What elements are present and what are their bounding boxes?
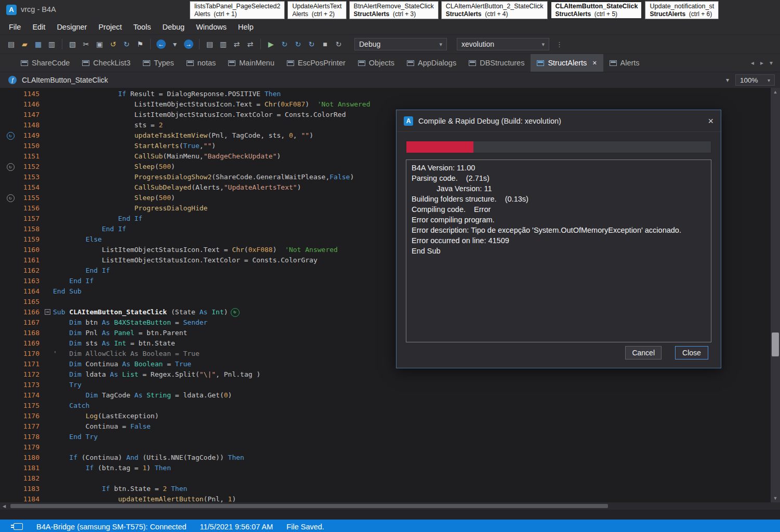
code-text[interactable]: ListItemObjectStatusIcon.Text = Chr(0xF0…: [53, 99, 371, 110]
line-number[interactable]: 1145: [21, 89, 45, 99]
code-text[interactable]: Continua = False: [53, 421, 151, 432]
code-text[interactable]: If (Continua) And (Utils.NNE(TagCode)) T…: [53, 453, 244, 463]
menu-item-project[interactable]: Project: [92, 21, 127, 33]
line-number[interactable]: 1164: [21, 286, 45, 297]
line-number[interactable]: 1182: [21, 473, 45, 484]
line-number[interactable]: 1172: [21, 369, 45, 380]
quick-tab[interactable]: Update_notification_stStructAlerts (ctrl…: [645, 1, 719, 19]
restart-icon[interactable]: ↻: [333, 38, 345, 50]
open-folder-icon[interactable]: ▰: [19, 38, 31, 50]
code-text[interactable]: Dim TagCode As String = ldata.Get(0): [53, 390, 232, 401]
editor-tab-objects[interactable]: Objects: [352, 54, 401, 72]
back-history-caret-icon[interactable]: ▾: [169, 38, 181, 50]
line-number[interactable]: 1157: [21, 214, 45, 224]
line-number[interactable]: 1184: [21, 494, 45, 502]
code-text[interactable]: ' Dim AllowClick As Boolean = True: [53, 349, 200, 359]
line-number[interactable]: 1180: [21, 453, 45, 463]
step-over-icon[interactable]: ↻: [306, 38, 318, 50]
code-text[interactable]: If btn.State = 2 Then: [53, 484, 187, 494]
line-number[interactable]: 1179: [21, 442, 45, 453]
code-text[interactable]: ProgressDialogShow2(ShareCode.GeneralWai…: [53, 172, 354, 182]
line-number[interactable]: 1166: [21, 307, 45, 317]
scroll-tabs-right-icon[interactable]: ▸: [760, 59, 763, 66]
code-text[interactable]: End If: [53, 224, 126, 234]
menu-item-file[interactable]: File: [3, 21, 27, 33]
code-text[interactable]: End Try: [53, 432, 98, 442]
scroll-left-icon[interactable]: ◀: [0, 504, 8, 509]
logs-icon[interactable]: ▥: [217, 38, 229, 50]
zoom-combobox[interactable]: 100% ▾: [735, 74, 775, 86]
code-text[interactable]: updateTaskItemView(Pnl, TagCode, sts, 0,…: [53, 130, 313, 141]
build-configuration-combobox[interactable]: xevolution ▾: [457, 38, 549, 50]
fold-collapse-icon[interactable]: −: [45, 309, 50, 315]
editor-tab-dbstructures[interactable]: DBStructures: [462, 54, 531, 72]
code-text[interactable]: ListItemObjectStatusIcon.TextColor = Con…: [53, 255, 318, 265]
line-number[interactable]: 1173: [21, 380, 45, 390]
quick-tab[interactable]: CLAItemButton_StateClickStructAlerts (ct…: [550, 1, 642, 19]
menu-item-debug[interactable]: Debug: [156, 21, 190, 33]
menu-item-tools[interactable]: Tools: [128, 21, 157, 33]
close-button[interactable]: Close: [675, 346, 708, 360]
line-number[interactable]: 1167: [21, 317, 45, 328]
scroll-up-icon[interactable]: ▲: [771, 88, 780, 96]
code-text[interactable]: End Sub: [53, 286, 82, 297]
step-into-icon[interactable]: ↻: [292, 38, 304, 50]
stop-icon[interactable]: ■: [319, 38, 331, 50]
line-number[interactable]: 1171: [21, 359, 45, 369]
line-number[interactable]: 1163: [21, 276, 45, 286]
code-text[interactable]: End If: [53, 265, 110, 276]
prev-sub-icon[interactable]: ⇄: [231, 38, 243, 50]
line-number[interactable]: 1154: [21, 182, 45, 193]
line-number[interactable]: 1155: [21, 193, 45, 203]
designer-grid-icon[interactable]: ▧: [67, 38, 78, 50]
navigate-back-icon[interactable]: ←: [156, 39, 166, 49]
code-text[interactable]: updateItemAlertButton(Pnl, 1): [53, 494, 236, 502]
quick-tab[interactable]: UpdateAlertsTextAlerts (ctrl + 2): [287, 1, 346, 19]
line-number[interactable]: 1151: [21, 151, 45, 162]
code-text[interactable]: ListItemObjectStatusIcon.Text = Chr(0xF0…: [53, 245, 338, 255]
compile-report-icon[interactable]: ▤: [204, 38, 216, 50]
code-text[interactable]: Log(LastException): [53, 411, 159, 421]
current-sub-name[interactable]: CLAItemButton_StateClick: [22, 76, 108, 84]
save-icon[interactable]: ▦: [32, 38, 44, 50]
vertical-scrollbar-thumb[interactable]: [772, 332, 779, 356]
line-number[interactable]: 1175: [21, 401, 45, 411]
next-sub-icon[interactable]: ⇄: [244, 38, 256, 50]
line-number[interactable]: 1146: [21, 99, 45, 110]
code-text[interactable]: Dim sts As Int = btn.State: [53, 338, 175, 349]
bookmark-icon[interactable]: ⚑: [134, 38, 146, 50]
horizontal-scrollbar[interactable]: ◀: [0, 502, 771, 510]
code-text[interactable]: Dim ldata As List = Regex.Split("\|", Pn…: [53, 369, 260, 380]
code-text[interactable]: Sleep(500): [53, 162, 175, 172]
quick-tab[interactable]: BtnAlertRemove_StateClickStructAlerts (c…: [349, 1, 439, 19]
scroll-down-icon[interactable]: ▼: [771, 494, 780, 502]
code-text[interactable]: Try: [53, 380, 82, 390]
code-text[interactable]: ListItemObjectStatusIcon.TextColor = Con…: [53, 110, 346, 120]
editor-tab-alerts[interactable]: Alerts: [603, 54, 646, 72]
line-number[interactable]: 1159: [21, 234, 45, 245]
line-number[interactable]: 1158: [21, 224, 45, 234]
editor-tab-appdialogs[interactable]: AppDialogs: [401, 54, 462, 72]
dialog-close-icon[interactable]: ×: [708, 116, 713, 126]
code-text[interactable]: ProgressDialogHide: [53, 203, 207, 214]
quick-tab[interactable]: CLAItemAlertButton_2_StateClickStructAle…: [441, 1, 548, 19]
quick-tab[interactable]: listsTabPanel_PageSelected2Alerts (ctrl …: [190, 1, 285, 19]
editor-tab-checklist3[interactable]: CheckList3: [76, 54, 137, 72]
line-number[interactable]: 1176: [21, 411, 45, 421]
line-number[interactable]: 1169: [21, 338, 45, 349]
code-text[interactable]: Sleep(500): [53, 193, 175, 203]
save-all-icon[interactable]: ▥: [46, 38, 58, 50]
code-text[interactable]: sts = 2: [53, 120, 163, 130]
code-text[interactable]: CallSubDelayed(Alerts,"UpdateAlertsText"…: [53, 182, 301, 193]
navigate-forward-icon[interactable]: →: [184, 39, 193, 49]
line-number[interactable]: 1177: [21, 421, 45, 432]
code-text[interactable]: Catch: [53, 401, 89, 411]
line-number[interactable]: 1178: [21, 432, 45, 442]
line-number[interactable]: 1153: [21, 172, 45, 182]
line-number[interactable]: 1149: [21, 130, 45, 141]
tab-list-icon[interactable]: ▾: [770, 59, 773, 66]
line-number[interactable]: 1162: [21, 265, 45, 276]
scroll-tabs-left-icon[interactable]: ◂: [751, 59, 754, 66]
line-number[interactable]: 1152: [21, 162, 45, 172]
tab-close-icon[interactable]: ×: [592, 59, 597, 67]
